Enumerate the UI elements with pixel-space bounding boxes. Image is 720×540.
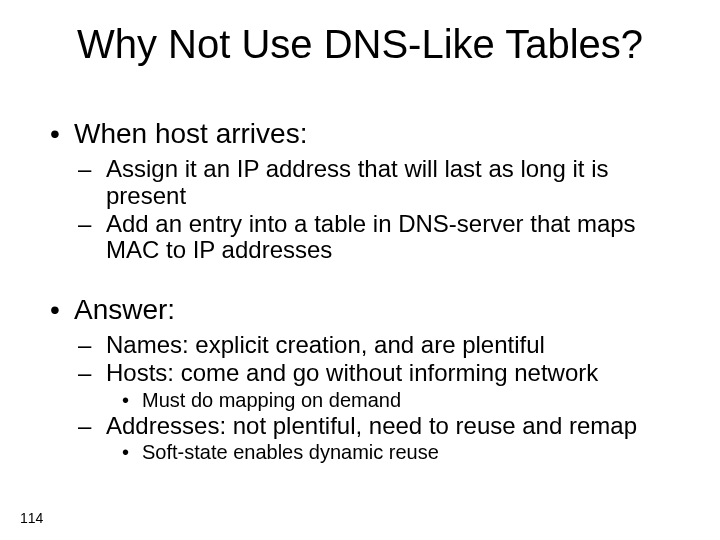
bullet-answer: Answer:	[50, 294, 680, 326]
subbullet-addresses: Addresses: not plentiful, need to reuse …	[78, 413, 680, 439]
subbullet-assign-ip: Assign it an IP address that will last a…	[78, 156, 680, 209]
spacer	[50, 266, 680, 294]
slide-body: When host arrives: Assign it an IP addre…	[50, 118, 680, 465]
subsubbullet-mapping-on-demand: Must do mapping on demand	[122, 389, 680, 411]
slide-title: Why Not Use DNS-Like Tables?	[0, 22, 720, 67]
slide-number: 114	[20, 510, 43, 526]
slide: Why Not Use DNS-Like Tables? When host a…	[0, 0, 720, 540]
subbullet-names: Names: explicit creation, and are plenti…	[78, 332, 680, 358]
subbullet-add-entry: Add an entry into a table in DNS-server …	[78, 211, 680, 264]
subsubbullet-soft-state: Soft-state enables dynamic reuse	[122, 441, 680, 463]
subbullet-hosts: Hosts: come and go without informing net…	[78, 360, 680, 386]
bullet-when-host-arrives: When host arrives:	[50, 118, 680, 150]
